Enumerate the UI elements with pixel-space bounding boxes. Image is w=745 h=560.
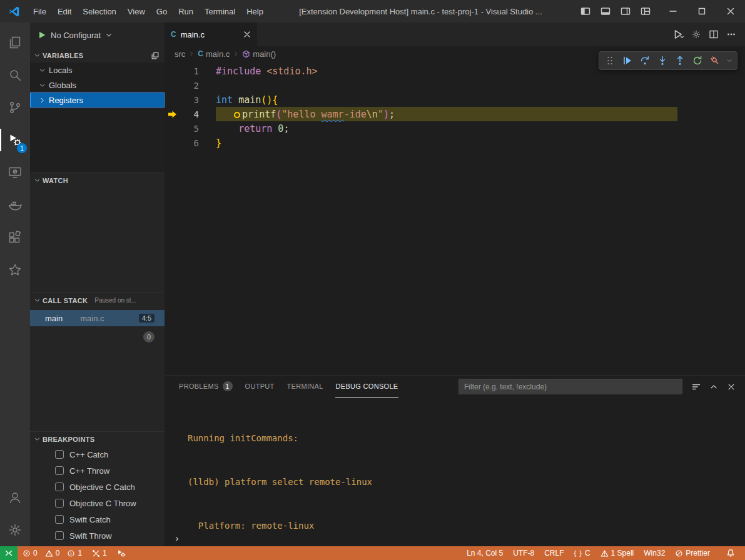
step-out-button[interactable]: [672, 52, 688, 69]
menu-run[interactable]: Run: [173, 0, 199, 22]
code-line[interactable]: 6 }: [165, 136, 745, 150]
formatter-status[interactable]: Prettier: [670, 549, 715, 558]
breadcrumb-file[interactable]: C main.c: [198, 49, 230, 59]
restart-button[interactable]: [689, 52, 706, 69]
variables-item-registers[interactable]: Registers: [30, 92, 165, 108]
breakpoints-section-header[interactable]: BREAKPOINTS: [30, 431, 165, 446]
continue-button[interactable]: [619, 52, 636, 69]
split-editor-icon[interactable]: [709, 29, 719, 39]
breakpoint-checkbox[interactable]: [55, 515, 64, 524]
toggle-secondary-sidebar-icon[interactable]: [617, 3, 634, 19]
menu-file[interactable]: File: [28, 0, 52, 22]
code-line[interactable]: 2: [165, 78, 745, 92]
code-text[interactable]: int main(){: [216, 94, 278, 106]
menu-terminal[interactable]: Terminal: [199, 0, 241, 22]
debug-toolbar-chevron-icon[interactable]: [724, 52, 734, 69]
code-editor[interactable]: 1 #include <stdio.h> 2 3 int main(){ 4 p…: [165, 61, 745, 375]
variables-item-globals[interactable]: Globals: [30, 78, 165, 92]
breakpoint-row[interactable]: C++ Catch: [30, 446, 165, 462]
console-filter-input[interactable]: [459, 379, 682, 394]
minimize-button[interactable]: [659, 0, 687, 22]
console-input[interactable]: ›: [165, 530, 745, 546]
tab-debug-console[interactable]: DEBUG CONSOLE: [335, 376, 399, 398]
debug-status[interactable]: [112, 546, 131, 560]
tab-terminal[interactable]: TERMINAL: [286, 376, 324, 398]
spell-checker-status[interactable]: 1 Spell: [595, 549, 639, 558]
start-debug-icon[interactable]: [38, 31, 46, 39]
line-number[interactable]: 6: [181, 138, 199, 148]
line-number[interactable]: 2: [181, 81, 199, 91]
menu-selection[interactable]: Selection: [77, 0, 121, 22]
tab-problems[interactable]: PROBLEMS 1: [178, 376, 233, 398]
disconnect-button[interactable]: [707, 52, 723, 69]
line-number[interactable]: 5: [181, 124, 199, 134]
close-window-button[interactable]: [716, 0, 745, 22]
activity-favorites[interactable]: [0, 254, 30, 286]
code-text[interactable]: return 0;: [216, 123, 289, 134]
console-lines-icon[interactable]: [689, 379, 704, 394]
editor-settings-gear-icon[interactable]: [691, 29, 701, 39]
remote-indicator[interactable]: [0, 546, 18, 560]
code-line-current[interactable]: 4 printf("hello wamr-ide\n");: [165, 107, 745, 121]
tab-output[interactable]: OUTPUT: [245, 376, 275, 398]
breakpoint-checkbox[interactable]: [55, 531, 64, 540]
activity-source-control[interactable]: [0, 91, 30, 124]
menu-go[interactable]: Go: [151, 0, 173, 22]
step-into-button[interactable]: [654, 52, 671, 69]
menu-view[interactable]: View: [122, 0, 151, 22]
breakpoint-checkbox[interactable]: [55, 466, 64, 475]
activity-run-debug[interactable]: 1: [0, 124, 30, 156]
step-over-button[interactable]: [637, 52, 653, 69]
breakpoint-row[interactable]: Swift Catch: [30, 511, 165, 528]
encoding-indicator[interactable]: UTF-8: [508, 549, 539, 558]
variables-item-locals[interactable]: Locals: [30, 62, 165, 78]
toggle-panel-icon[interactable]: [597, 3, 614, 19]
breadcrumb-symbol[interactable]: main(): [242, 49, 276, 59]
close-tab-icon[interactable]: [243, 31, 251, 38]
code-text[interactable]: #include <stdio.h>: [216, 66, 318, 77]
breakpoint-row[interactable]: Objective C Catch: [30, 479, 165, 495]
code-text[interactable]: printf("hello wamr-ide\n");: [216, 109, 395, 120]
breakpoint-checkbox[interactable]: [55, 482, 64, 491]
toggle-sidebar-icon[interactable]: [577, 3, 594, 19]
activity-extensions[interactable]: [0, 221, 30, 254]
language-mode[interactable]: { } C: [569, 549, 595, 558]
watch-section-header[interactable]: WATCH: [30, 172, 165, 188]
cursor-position[interactable]: Ln 4, Col 5: [462, 549, 508, 558]
activity-explorer[interactable]: [0, 26, 30, 59]
more-actions-icon[interactable]: [726, 29, 736, 39]
breakpoint-row[interactable]: Swift Throw: [30, 528, 165, 544]
activity-remote-explorer[interactable]: [0, 156, 30, 189]
line-number[interactable]: 3: [181, 95, 199, 105]
code-line[interactable]: 5 return 0;: [165, 121, 745, 136]
debug-console-output[interactable]: Running initCommands: (lldb) platform se…: [165, 398, 745, 530]
menu-edit[interactable]: Edit: [52, 0, 77, 22]
breakpoint-checkbox[interactable]: [55, 450, 64, 459]
notifications-bell[interactable]: [715, 549, 740, 558]
stack-frame-row[interactable]: main main.c 4:5: [30, 310, 165, 326]
collapse-all-icon[interactable]: [151, 51, 160, 60]
breakpoint-row[interactable]: Objective C Throw: [30, 495, 165, 511]
breakpoint-row[interactable]: C++ Throw: [30, 462, 165, 479]
line-number[interactable]: 4: [181, 109, 199, 119]
customize-layout-icon[interactable]: [637, 3, 654, 19]
tab-main-c[interactable]: C main.c: [165, 22, 257, 46]
debug-config-dropdown[interactable]: No Configurat: [30, 22, 165, 48]
maximize-button[interactable]: [687, 0, 716, 22]
run-or-debug-icon[interactable]: [672, 29, 684, 40]
activity-search[interactable]: [0, 59, 30, 91]
code-text[interactable]: }: [216, 138, 221, 149]
call-stack-section-header[interactable]: CALL STACK Paused on st...: [30, 292, 165, 308]
menu-help[interactable]: Help: [241, 0, 269, 22]
current-statement-arrow-icon[interactable]: [165, 109, 181, 119]
toolbar-drag-grip[interactable]: [602, 52, 618, 69]
activity-docker[interactable]: [0, 189, 30, 221]
activity-settings[interactable]: [0, 514, 30, 546]
variables-section-header[interactable]: VARIABLES: [30, 48, 165, 62]
breakpoint-checkbox[interactable]: [55, 499, 64, 508]
line-number[interactable]: 1: [181, 66, 199, 76]
eol-indicator[interactable]: CRLF: [539, 549, 569, 558]
breadcrumb-src[interactable]: src: [175, 49, 185, 59]
problems-status[interactable]: 0 0 1: [18, 546, 87, 560]
activity-accounts[interactable]: [0, 481, 30, 514]
